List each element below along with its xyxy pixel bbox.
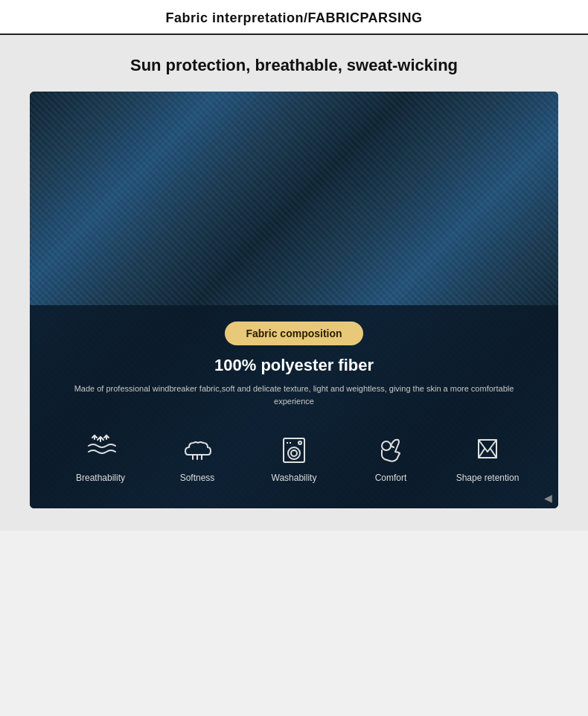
- fabric-info-overlay: Fabric composition 100% polyester fiber …: [30, 305, 558, 508]
- svg-point-6: [382, 441, 391, 450]
- breathability-label: Breathability: [76, 473, 125, 483]
- icon-item-washability: Washability: [257, 431, 331, 483]
- icon-item-shape-retention: Shape retention: [450, 431, 525, 483]
- washability-label: Washability: [272, 473, 317, 483]
- main-content: Sun protection, breathable, sweat-wickin…: [0, 35, 588, 531]
- comfort-label: Comfort: [375, 473, 407, 483]
- washability-icon: [276, 431, 312, 467]
- svg-point-1: [288, 447, 300, 459]
- fabric-main-text: 100% polyester fiber: [52, 356, 536, 375]
- fabric-pill: Fabric composition: [225, 322, 362, 345]
- shape-retention-label: Shape retention: [456, 473, 520, 483]
- page-header: Fabric interpretation/FABRICPARSING: [0, 0, 588, 35]
- breathability-icon: [83, 431, 118, 467]
- softness-icon: [179, 431, 215, 467]
- page-subtitle: Sun protection, breathable, sweat-wickin…: [15, 56, 573, 75]
- shape-retention-icon: [470, 431, 505, 467]
- icons-row: Breathability Softness: [52, 423, 536, 486]
- comfort-icon: [373, 431, 409, 467]
- icon-item-softness: Softness: [160, 431, 234, 483]
- icon-item-breathability: Breathability: [63, 431, 138, 483]
- fabric-container: Fabric composition 100% polyester fiber …: [30, 92, 558, 508]
- softness-label: Softness: [180, 473, 215, 483]
- icon-item-comfort: Comfort: [354, 431, 428, 483]
- page-title: Fabric interpretation/FABRICPARSING: [165, 10, 422, 25]
- fabric-sub-text: Made of professional windbreaker fabric,…: [52, 383, 536, 407]
- corner-arrow: ◀: [544, 492, 552, 504]
- svg-point-2: [291, 450, 297, 456]
- svg-point-5: [298, 441, 301, 444]
